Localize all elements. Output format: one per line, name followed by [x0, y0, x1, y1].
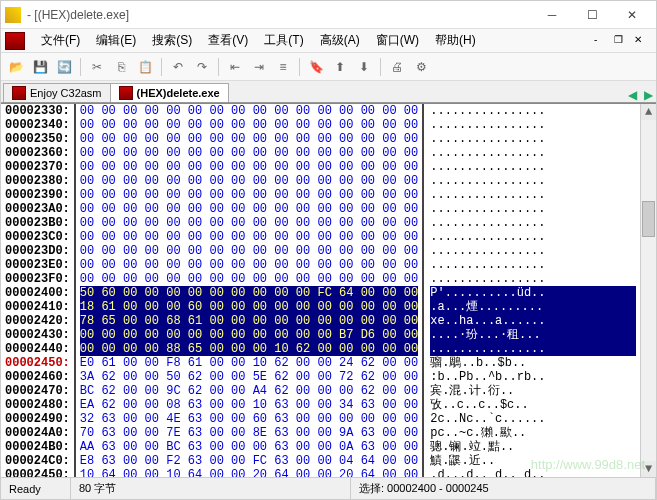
undo-icon[interactable]: ↶: [167, 56, 189, 78]
statusbar: Ready 80 字节 选择: 00002400 - 0000245: [1, 477, 656, 499]
settings-icon[interactable]: ⚙: [410, 56, 432, 78]
ascii-column[interactable]: ........................................…: [424, 104, 640, 477]
redo-icon[interactable]: ↷: [191, 56, 213, 78]
increase-indent-icon[interactable]: ⇥: [248, 56, 270, 78]
print-icon[interactable]: 🖨: [386, 56, 408, 78]
tab-c32asm[interactable]: Enjoy C32asm: [3, 83, 111, 102]
scroll-up-icon[interactable]: ▲: [641, 104, 656, 120]
titlebar: - [(HEX)delete.exe] ─ ☐ ✕: [1, 1, 656, 29]
menu-tools[interactable]: 工具(T): [256, 29, 311, 52]
scroll-down-icon[interactable]: ▼: [641, 461, 656, 477]
hex-editor[interactable]: 00002330:00002340:00002350:00002360:0000…: [1, 103, 656, 477]
mdi-close-button[interactable]: ✕: [634, 34, 650, 48]
decrease-indent-icon[interactable]: ⇤: [224, 56, 246, 78]
maximize-button[interactable]: ☐: [572, 3, 612, 27]
menu-view[interactable]: 查看(V): [200, 29, 256, 52]
reload-icon[interactable]: 🔄: [53, 56, 75, 78]
open-icon[interactable]: 📂: [5, 56, 27, 78]
bytes-column[interactable]: 00 00 00 00 00 00 00 00 00 00 00 00 00 0…: [76, 104, 424, 477]
menu-file[interactable]: 文件(F): [33, 29, 88, 52]
bookmark-icon[interactable]: 🔖: [305, 56, 327, 78]
prev-bookmark-icon[interactable]: ⬆: [329, 56, 351, 78]
tab-icon: [12, 86, 26, 100]
mdi-restore-button[interactable]: ❐: [614, 34, 630, 48]
minimize-button[interactable]: ─: [532, 3, 572, 27]
mdi-minimize-button[interactable]: -: [594, 34, 610, 48]
menubar: 文件(F) 编辑(E) 搜索(S) 查看(V) 工具(T) 高级(A) 窗口(W…: [1, 29, 656, 53]
address-column: 00002330:00002340:00002350:00002360:0000…: [1, 104, 76, 477]
cut-icon[interactable]: ✂: [86, 56, 108, 78]
toolbar: 📂 💾 🔄 ✂ ⎘ 📋 ↶ ↷ ⇤ ⇥ ≡ 🔖 ⬆ ⬇ 🖨 ⚙: [1, 53, 656, 81]
copy-icon[interactable]: ⎘: [110, 56, 132, 78]
status-selection: 选择: 00002400 - 0000245: [351, 478, 656, 499]
next-bookmark-icon[interactable]: ⬇: [353, 56, 375, 78]
tabbar: Enjoy C32asm (HEX)delete.exe ◀ ▶: [1, 81, 656, 103]
menu-app-icon: [5, 32, 25, 50]
tab-prev-icon[interactable]: ◀: [624, 88, 640, 102]
list-icon[interactable]: ≡: [272, 56, 294, 78]
tab-hex-delete[interactable]: (HEX)delete.exe: [110, 83, 229, 102]
menu-advanced[interactable]: 高级(A): [312, 29, 368, 52]
vertical-scrollbar[interactable]: ▲ ▼: [640, 104, 656, 477]
close-button[interactable]: ✕: [612, 3, 652, 27]
paste-icon[interactable]: 📋: [134, 56, 156, 78]
menu-window[interactable]: 窗口(W): [368, 29, 427, 52]
tab-next-icon[interactable]: ▶: [640, 88, 656, 102]
app-icon: [5, 7, 21, 23]
menu-search[interactable]: 搜索(S): [144, 29, 200, 52]
menu-help[interactable]: 帮助(H): [427, 29, 484, 52]
status-ready: Ready: [1, 478, 71, 499]
status-bytes: 80 字节: [71, 478, 351, 499]
menu-edit[interactable]: 编辑(E): [88, 29, 144, 52]
scroll-thumb[interactable]: [642, 201, 655, 237]
window-title: - [(HEX)delete.exe]: [27, 8, 532, 22]
save-icon[interactable]: 💾: [29, 56, 51, 78]
tab-icon: [119, 86, 133, 100]
